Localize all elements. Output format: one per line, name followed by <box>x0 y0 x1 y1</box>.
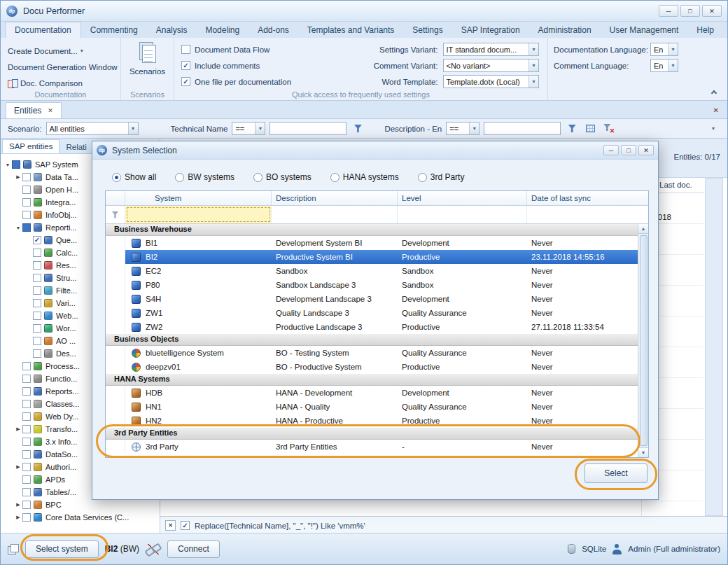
group-row-hana-systems[interactable]: HANA Systems <box>106 374 638 386</box>
tree-checkbox[interactable] <box>33 312 41 320</box>
system-row-3rd-party[interactable]: 3rd Party3rd Party Entities-Never <box>106 440 638 454</box>
tree-checkbox[interactable] <box>22 501 31 509</box>
select-button[interactable]: Select <box>584 463 648 483</box>
tree-checkbox[interactable] <box>22 223 31 232</box>
title-bar[interactable]: dp Docu Performer ─ □ ✕ <box>1 1 727 22</box>
tree-checkbox[interactable] <box>33 286 41 295</box>
description-operator-combo[interactable]: == ▾ <box>446 122 479 135</box>
ribbon-tab-user-management[interactable]: User Management <box>601 22 688 38</box>
collapse-ribbon-button[interactable] <box>708 86 720 97</box>
technical-name-operator-combo[interactable]: == ▾ <box>232 122 265 135</box>
ribbon-option-document-data-flow[interactable]: Document Data Flow <box>181 43 291 56</box>
panel-tab-sap-entities[interactable]: SAP entities <box>2 139 59 153</box>
system-row-ec2[interactable]: EC2SandboxSandboxNever <box>106 264 638 278</box>
technical-name-filter-button[interactable] <box>351 122 365 136</box>
tree-checkbox[interactable] <box>33 236 41 244</box>
level-filter-cell[interactable] <box>398 206 527 223</box>
clear-filter-button[interactable] <box>601 122 615 136</box>
scenarios-button[interactable]: Scenarios <box>121 42 174 76</box>
ribbon-tab-administration[interactable]: Administration <box>529 22 601 38</box>
column-header-description[interactable]: Description <box>272 191 398 205</box>
tree-checkbox[interactable] <box>33 299 41 307</box>
ribbon-tab-documentation[interactable]: Documentation <box>5 22 81 38</box>
system-row-hn2[interactable]: HN2HANA - ProductiveProductiveNever <box>106 414 638 428</box>
column-header-level[interactable]: Level <box>398 191 527 205</box>
tree-checkbox[interactable] <box>22 450 31 459</box>
dialog-minimize-button[interactable]: ─ <box>603 145 619 155</box>
remove-filter-button[interactable]: ✕ <box>165 520 176 531</box>
last-sync-filter-cell[interactable] <box>527 206 648 223</box>
tab-entities[interactable]: Entities ✕ <box>6 102 62 118</box>
group-row-business-objects[interactable]: Business Objects <box>106 334 638 346</box>
panel-tab-relati[interactable]: Relati <box>59 141 92 153</box>
expanded-expander-icon[interactable]: ▼ <box>4 162 12 167</box>
tree-checkbox[interactable] <box>33 349 41 358</box>
tree-checkbox[interactable] <box>22 438 31 446</box>
radio-bo-systems[interactable]: BO systems <box>253 172 312 182</box>
ribbon-tab-templates-and-variants[interactable]: Templates and Variants <box>298 22 404 38</box>
radio-3rd-party[interactable]: 3rd Party <box>418 172 465 182</box>
language-combo-comment-language[interactable]: En▾ <box>650 59 678 72</box>
connect-button[interactable]: Connect <box>167 540 220 558</box>
document-generation-window-button[interactable]: Document Generation Window <box>1 59 120 75</box>
system-row-s4h[interactable]: S4HDevelopment Landscape 3DevelopmentNev… <box>106 292 638 306</box>
checkbox-checked-icon[interactable] <box>181 77 190 86</box>
scroll-down-icon[interactable]: ▼ <box>638 447 648 457</box>
system-row-zw1[interactable]: ZW1Quality Landscape 3Quality AssuranceN… <box>106 306 638 320</box>
collapsed-expander-icon[interactable]: ▶ <box>14 515 22 520</box>
tree-checkbox[interactable] <box>22 173 31 181</box>
system-row-hn1[interactable]: HN1HANA - QualityQuality AssuranceNever <box>106 400 638 414</box>
doc-comparison-button[interactable]: Doc. Comparison <box>1 75 120 91</box>
tree-item-core-data-services-c[interactable]: ▶Core Data Services (C... <box>1 511 160 524</box>
minimize-button[interactable]: ─ <box>659 5 678 17</box>
grid-view-button[interactable] <box>583 122 597 136</box>
documents-icon[interactable] <box>8 544 19 554</box>
technical-name-input[interactable] <box>270 122 346 135</box>
description-input[interactable] <box>484 122 561 135</box>
collapsed-expander-icon[interactable]: ▶ <box>14 464 22 470</box>
tree-checkbox[interactable] <box>33 261 41 270</box>
tree-checkbox[interactable] <box>22 387 31 396</box>
system-row-bi1[interactable]: BI1Development System BIDevelopmentNever <box>106 236 638 250</box>
create-document-button[interactable]: Create Document... ▾ <box>1 43 120 59</box>
system-row-bi2[interactable]: BI2Productive System BIProductive23.11.2… <box>106 250 638 264</box>
tree-checkbox[interactable] <box>22 488 31 496</box>
tree-checkbox[interactable] <box>33 337 41 345</box>
column-header-last-doc[interactable]: Last doc. <box>659 181 692 189</box>
collapsed-expander-icon[interactable]: ▶ <box>14 502 22 508</box>
scrollbar-thumb[interactable] <box>640 235 648 446</box>
expanded-expander-icon[interactable]: ▼ <box>14 225 22 230</box>
tree-checkbox[interactable] <box>22 362 31 370</box>
checkbox-unchecked-icon[interactable] <box>181 45 190 54</box>
language-combo-documentation-language[interactable]: En▾ <box>650 43 678 56</box>
group-row-3rd-party-entities[interactable]: 3rd Party Entities <box>106 428 638 440</box>
tree-checkbox[interactable] <box>22 186 31 194</box>
system-row-hdb[interactable]: HDBHANA - DevelopmentDevelopmentNever <box>106 386 638 400</box>
ribbon-tab-help[interactable]: Help <box>687 22 723 38</box>
system-row-zw2[interactable]: ZW2Productive Landscape 3Productive27.11… <box>106 320 638 334</box>
tree-checkbox[interactable] <box>22 513 31 522</box>
tree-item-bpc[interactable]: ▶BPC <box>1 498 160 511</box>
description-filter-button[interactable] <box>565 122 579 136</box>
collapsed-expander-icon[interactable]: ▶ <box>14 426 22 432</box>
tree-checkbox[interactable] <box>33 324 41 333</box>
scenario-combo[interactable]: All entities ▾ <box>46 122 139 135</box>
ribbon-tab-modeling[interactable]: Modeling <box>196 22 248 38</box>
tree-checkbox[interactable] <box>22 198 31 207</box>
collapsed-expander-icon[interactable]: ▶ <box>14 174 22 180</box>
dialog-maximize-button[interactable]: □ <box>621 145 636 155</box>
tree-checkbox[interactable] <box>22 475 31 484</box>
ribbon-tab-analysis[interactable]: Analysis <box>147 22 197 38</box>
tree-checkbox[interactable] <box>22 375 31 383</box>
close-button[interactable]: ✕ <box>702 5 722 17</box>
filter-enabled-checkbox[interactable] <box>181 521 190 530</box>
ribbon-option-one-file-per-documentation[interactable]: One file per documentation <box>181 75 291 88</box>
setting-combo-comment-variant[interactable]: <No variant>▾ <box>443 59 540 72</box>
ribbon-tab-sap-integration[interactable]: SAP Integration <box>452 22 529 38</box>
dialog-title-bar[interactable]: dp System Selection ─ □ ✕ <box>92 141 658 160</box>
ribbon-option-include-comments[interactable]: Include comments <box>181 59 291 72</box>
system-row-deepzv01[interactable]: deepzv01BO - Productive SystemProductive… <box>106 360 638 374</box>
group-row-business-warehouse[interactable]: Business Warehouse <box>106 224 638 236</box>
tree-checkbox[interactable] <box>22 412 31 421</box>
tree-checkbox[interactable] <box>22 463 31 471</box>
